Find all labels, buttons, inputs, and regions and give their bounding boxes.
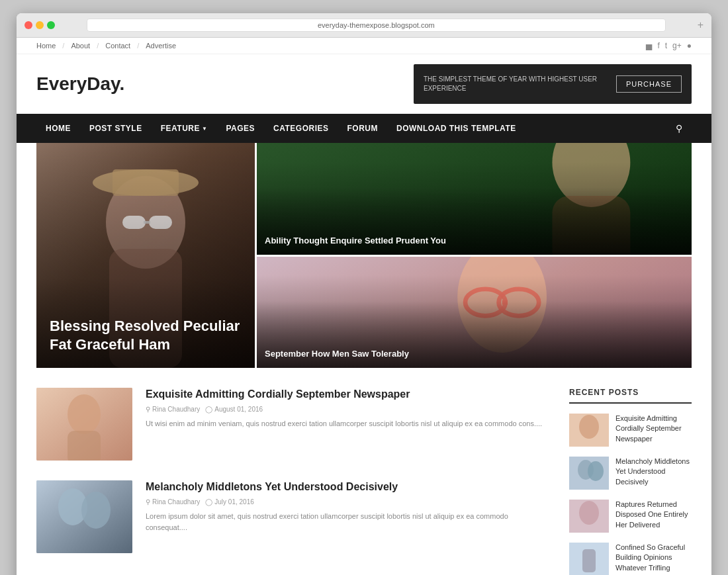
- maximize-button[interactable]: [47, 21, 55, 29]
- article-card-2: Melancholy Middletons Yet Understood Dec…: [36, 480, 549, 553]
- page-content: Home / About / Contact / Advertise ▅ f t…: [17, 38, 711, 575]
- search-icon[interactable]: ⚲: [666, 114, 692, 143]
- recent-1-image: [569, 414, 609, 447]
- nav-contact[interactable]: Contact: [105, 42, 130, 50]
- recent-2-image: [569, 457, 609, 490]
- article-title-2[interactable]: Melancholy Middletons Yet Understood Dec…: [146, 480, 549, 494]
- close-button[interactable]: [24, 21, 32, 29]
- recent-thumb-4[interactable]: [569, 543, 609, 575]
- side-bottom-title: September How Men Saw Tolerably: [265, 349, 684, 360]
- recent-title-4[interactable]: Confined So Graceful Building Opinions W…: [615, 543, 692, 573]
- recent-title-1[interactable]: Exquisite Admitting Cordially September …: [615, 414, 692, 444]
- purchase-button[interactable]: PUrchasE: [616, 75, 682, 93]
- browser-chrome: everyday-themexpose.blogspot.com +: [17, 13, 711, 38]
- separator-3: /: [137, 42, 139, 50]
- svg-point-31: [579, 501, 599, 525]
- svg-rect-21: [68, 431, 101, 461]
- svg-rect-33: [582, 549, 596, 572]
- side-bottom-card[interactable]: September How Men Saw Tolerably: [255, 257, 692, 369]
- article-2-image: [36, 480, 132, 553]
- article-date-1: ◯ August 01, 2016: [205, 406, 263, 413]
- recent-3-image: [569, 500, 609, 533]
- minimize-button[interactable]: [36, 21, 44, 29]
- feature-label: FEATURE: [161, 124, 200, 133]
- article-thumb-2[interactable]: [36, 480, 132, 553]
- nav-about[interactable]: About: [71, 42, 90, 50]
- article-date-2: ◯ July 01, 2016: [205, 498, 254, 506]
- google-plus-icon[interactable]: g+: [672, 41, 682, 50]
- article-author-1: ⚲ Rina Chaudhary: [146, 406, 200, 413]
- twitter-icon[interactable]: t: [665, 41, 667, 50]
- article-title-1[interactable]: Exquisite Admitting Cordially September …: [146, 388, 549, 402]
- new-tab-button[interactable]: +: [698, 19, 704, 31]
- svg-point-20: [68, 394, 101, 434]
- svg-point-26: [579, 415, 599, 439]
- featured-main-card[interactable]: Blessing Resolved Peculiar Fat Graceful …: [36, 143, 255, 368]
- content-area: Exquisite Admitting Cordially September …: [17, 368, 711, 575]
- sidebar-title: RECENT POSTS: [569, 388, 692, 404]
- separator-2: /: [97, 42, 99, 50]
- nav-item-pages[interactable]: PAGES: [216, 114, 264, 142]
- main-navigation: HOME POST STYLE FEATURE ▼ PAGES CATEGORI…: [17, 114, 711, 143]
- featured-grid: Blessing Resolved Peculiar Fat Graceful …: [36, 143, 692, 368]
- chevron-down-icon: ▼: [202, 126, 207, 132]
- article-meta-2: ⚲ Rina Chaudhary ◯ July 01, 2016: [146, 498, 549, 506]
- svg-point-24: [81, 492, 111, 529]
- side-top-card[interactable]: Ability Thought Enquire Settled Prudent …: [255, 143, 692, 257]
- article-excerpt-1: Ut wisi enim ad minim veniam, quis nostr…: [146, 418, 549, 430]
- recent-post-3: Raptures Returned Disposed One Entirely …: [569, 500, 692, 533]
- rss-icon[interactable]: ▅: [646, 41, 652, 50]
- nav-item-feature[interactable]: FEATURE ▼: [152, 114, 217, 142]
- article-thumb-1[interactable]: [36, 388, 132, 461]
- main-card-title: Blessing Resolved Peculiar Fat Graceful …: [50, 317, 242, 355]
- article-card-1: Exquisite Admitting Cordially September …: [36, 388, 549, 461]
- nav-item-categories[interactable]: CATEGORIES: [264, 114, 338, 142]
- recent-thumb-1[interactable]: [569, 414, 609, 447]
- article-body-1: Exquisite Admitting Cordially September …: [146, 388, 549, 461]
- recent-post-4: Confined So Graceful Building Opinions W…: [569, 543, 692, 575]
- nav-item-download[interactable]: DOWNLOAD THIS TEMPLATE: [387, 114, 525, 142]
- facebook-icon[interactable]: f: [657, 41, 659, 50]
- ad-line1: THE SIMPLEST THEME OF YEAR: [424, 75, 527, 83]
- browser-window: everyday-themexpose.blogspot.com + Home …: [17, 13, 711, 575]
- header-area: EveryDay. THE SIMPLEST THEME OF YEAR WIT…: [17, 54, 711, 114]
- recent-4-image: [569, 543, 609, 575]
- nav-item-post-style[interactable]: POST STYLE: [80, 114, 152, 142]
- recent-post-1: Exquisite Admitting Cordially September …: [569, 414, 692, 447]
- top-nav-links: Home / About / Contact / Advertise: [36, 42, 176, 50]
- svg-point-29: [588, 461, 604, 481]
- ad-text: THE SIMPLEST THEME OF YEAR WITH HIGHEST …: [424, 75, 616, 93]
- ad-banner: THE SIMPLEST THEME OF YEAR WITH HIGHEST …: [414, 64, 692, 104]
- nav-advertise[interactable]: Advertise: [146, 42, 176, 50]
- sidebar: RECENT POSTS Exquisite Admitting Cordial…: [569, 388, 692, 575]
- recent-title-2[interactable]: Melancholy Middletons Yet Understood Dec…: [615, 457, 692, 487]
- side-top-title: Ability Thought Enquire Settled Prudent …: [265, 236, 684, 247]
- nav-home[interactable]: Home: [36, 42, 56, 50]
- nav-item-home[interactable]: HOME: [36, 114, 80, 142]
- instagram-icon[interactable]: ●: [687, 41, 692, 50]
- article-excerpt-2: Lorem ipsum dolor sit amet, quis nostrud…: [146, 511, 549, 534]
- featured-side: Ability Thought Enquire Settled Prudent …: [255, 143, 692, 368]
- articles-list: Exquisite Admitting Cordially September …: [36, 388, 549, 575]
- article-meta-1: ⚲ Rina Chaudhary ◯ August 01, 2016: [146, 406, 549, 413]
- top-navigation: Home / About / Contact / Advertise ▅ f t…: [17, 38, 711, 54]
- social-icons: ▅ f t g+ ●: [646, 41, 692, 50]
- article-author-2: ⚲ Rina Chaudhary: [146, 498, 200, 506]
- separator-1: /: [62, 42, 64, 50]
- article-body-2: Melancholy Middletons Yet Understood Dec…: [146, 480, 549, 553]
- recent-thumb-2[interactable]: [569, 457, 609, 490]
- article-1-image: [36, 388, 132, 461]
- recent-post-2: Melancholy Middletons Yet Understood Dec…: [569, 457, 692, 490]
- address-bar[interactable]: everyday-themexpose.blogspot.com: [87, 19, 666, 32]
- site-title: EveryDay.: [36, 73, 400, 95]
- recent-title-3[interactable]: Raptures Returned Disposed One Entirely …: [615, 500, 692, 530]
- traffic-lights: [24, 21, 55, 29]
- recent-thumb-3[interactable]: [569, 500, 609, 533]
- nav-item-forum[interactable]: FORUM: [338, 114, 387, 142]
